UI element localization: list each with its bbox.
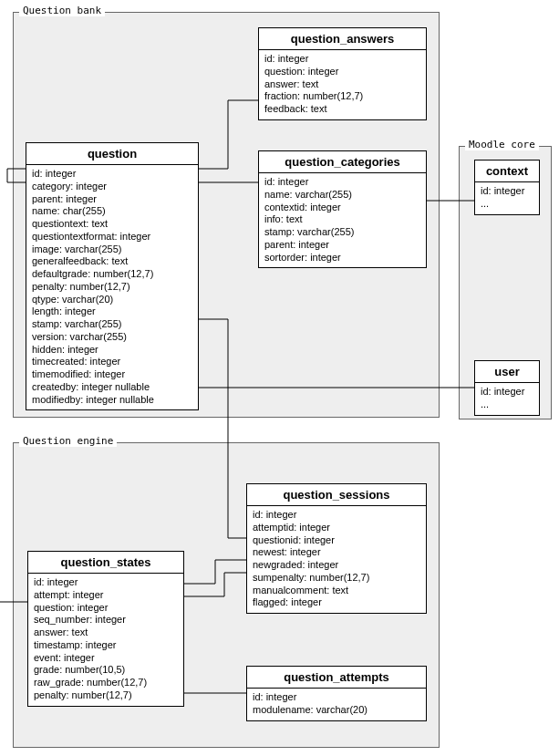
- entity-field: generalfeedback: text: [32, 255, 192, 268]
- entity-field: modulename: varchar(20): [253, 704, 420, 717]
- entity-field: attemptid: integer: [253, 522, 420, 534]
- entity-field: attempt: integer: [34, 589, 178, 602]
- entity-field: parent: integer: [32, 193, 192, 206]
- entity-field: createdby: integer nullable: [32, 381, 192, 394]
- entity-field: id: integer: [264, 53, 420, 66]
- entity-field: penalty: number(12,7): [32, 281, 192, 294]
- entity-body-question-attempts: id: integermodulename: varchar(20): [247, 689, 426, 720]
- entity-body-user: id: integer...: [475, 383, 539, 415]
- entity-field: id: integer: [481, 386, 533, 399]
- entity-field: answer: text: [264, 78, 420, 91]
- entity-body-question-categories: id: integername: varchar(255)contextid: …: [259, 173, 426, 267]
- entity-title-question-answers: question_answers: [259, 28, 426, 50]
- group-label-question-engine: Question engine: [19, 435, 117, 447]
- entity-question: question id: integercategory: integerpar…: [26, 142, 199, 410]
- entity-field: ...: [481, 399, 533, 411]
- entity-question-attempts: question_attempts id: integermodulename:…: [246, 666, 427, 721]
- entity-field: info: text: [264, 213, 420, 226]
- group-label-moodle-core: Moodle core: [465, 139, 539, 150]
- entity-field: id: integer: [32, 168, 192, 181]
- entity-title-question-categories: question_categories: [259, 151, 426, 173]
- entity-title-user: user: [475, 361, 539, 383]
- entity-field: stamp: varchar(255): [264, 226, 420, 239]
- entity-field: timecreated: integer: [32, 356, 192, 368]
- entity-field: sumpenalty: number(12,7): [253, 572, 420, 585]
- entity-field: contextid: integer: [264, 202, 420, 214]
- entity-field: id: integer: [481, 185, 533, 198]
- entity-field: hidden: integer: [32, 344, 192, 357]
- entity-field: question: integer: [264, 66, 420, 78]
- entity-field: id: integer: [264, 176, 420, 189]
- entity-field: category: integer: [32, 181, 192, 193]
- entity-title-question-attempts: question_attempts: [247, 667, 426, 689]
- entity-question-sessions: question_sessions id: integerattemptid: …: [246, 483, 427, 614]
- entity-field: name: char(255): [32, 205, 192, 218]
- entity-title-context: context: [475, 161, 539, 182]
- entity-field: fraction: number(12,7): [264, 90, 420, 103]
- entity-body-question-sessions: id: integerattemptid: integerquestionid:…: [247, 506, 426, 613]
- entity-title-question-sessions: question_sessions: [247, 484, 426, 506]
- entity-field: event: integer: [34, 652, 178, 665]
- entity-question-categories: question_categories id: integername: var…: [258, 150, 427, 268]
- entity-field: manualcomment: text: [253, 585, 420, 597]
- entity-field: image: varchar(255): [32, 243, 192, 256]
- entity-body-context: id: integer...: [475, 182, 539, 214]
- entity-field: defaultgrade: number(12,7): [32, 268, 192, 281]
- entity-field: raw_grade: number(12,7): [34, 677, 178, 689]
- entity-field: seq_number: integer: [34, 614, 178, 627]
- entity-field: length: integer: [32, 306, 192, 318]
- entity-field: answer: text: [34, 627, 178, 639]
- entity-context: context id: integer...: [474, 160, 540, 215]
- entity-field: grade: number(10,5): [34, 664, 178, 677]
- entity-field: question: integer: [34, 602, 178, 615]
- entity-question-answers: question_answers id: integerquestion: in…: [258, 27, 427, 120]
- entity-body-question: id: integercategory: integerparent: inte…: [26, 165, 198, 409]
- entity-field: qtype: varchar(20): [32, 294, 192, 306]
- entity-field: newest: integer: [253, 546, 420, 559]
- entity-title-question-states: question_states: [28, 552, 183, 574]
- entity-title-question: question: [26, 143, 198, 165]
- entity-field: modifiedby: integer nullable: [32, 394, 192, 407]
- entity-field: id: integer: [34, 576, 178, 589]
- entity-field: newgraded: integer: [253, 559, 420, 572]
- entity-field: penalty: number(12,7): [34, 689, 178, 702]
- entity-field: questiontext: text: [32, 218, 192, 231]
- entity-field: id: integer: [253, 691, 420, 704]
- entity-body-question-states: id: integerattempt: integerquestion: int…: [28, 574, 183, 706]
- entity-field: id: integer: [253, 509, 420, 522]
- entity-field: sortorder: integer: [264, 252, 420, 264]
- entity-field: feedback: text: [264, 103, 420, 116]
- entity-field: ...: [481, 198, 533, 211]
- entity-field: timemodified: integer: [32, 368, 192, 381]
- entity-field: parent: integer: [264, 239, 420, 252]
- entity-field: flagged: integer: [253, 596, 420, 609]
- entity-field: version: varchar(255): [32, 331, 192, 344]
- entity-user: user id: integer...: [474, 360, 540, 416]
- entity-field: questionid: integer: [253, 534, 420, 547]
- group-label-question-bank: Question bank: [19, 5, 105, 16]
- entity-field: stamp: varchar(255): [32, 318, 192, 331]
- entity-question-states: question_states id: integerattempt: inte…: [27, 551, 184, 707]
- entity-field: timestamp: integer: [34, 639, 178, 652]
- entity-field: questiontextformat: integer: [32, 231, 192, 243]
- entity-field: name: varchar(255): [264, 189, 420, 202]
- entity-body-question-answers: id: integerquestion: integeranswer: text…: [259, 50, 426, 119]
